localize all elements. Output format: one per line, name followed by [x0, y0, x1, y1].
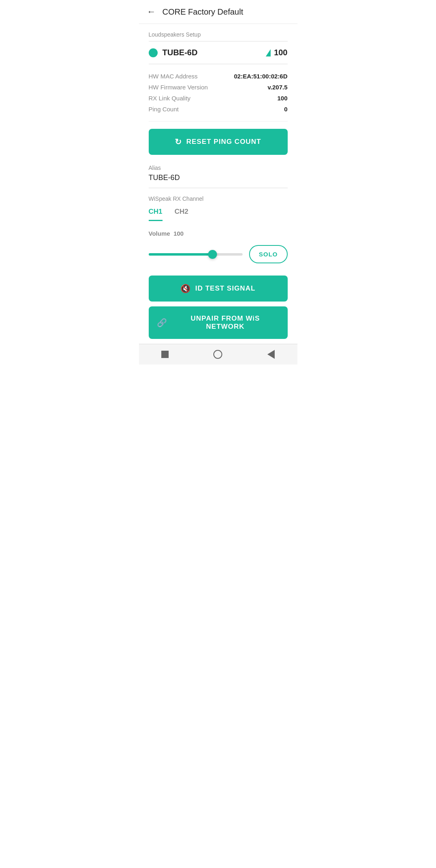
- volume-slider-wrap[interactable]: [149, 253, 243, 256]
- android-nav-bar: [139, 344, 297, 365]
- device-left: TUBE-6D: [149, 48, 198, 57]
- id-test-button[interactable]: 🔇 ID TEST SIGNAL: [149, 276, 288, 302]
- speaker-icon: 🔇: [180, 284, 191, 293]
- device-row: TUBE-6D 100: [149, 41, 288, 64]
- rx-link-value: 100: [277, 95, 287, 102]
- tabs-row: CH1 CH2: [149, 208, 288, 221]
- reset-icon: ↻: [175, 137, 182, 147]
- nav-home-button[interactable]: [213, 350, 222, 359]
- device-right: 100: [266, 48, 287, 57]
- solo-button[interactable]: SOLO: [249, 245, 288, 263]
- ping-count-row: Ping Count 0: [149, 104, 288, 115]
- volume-text: Volume: [149, 230, 170, 237]
- signal-icon: [266, 49, 271, 56]
- rx-link-label: RX Link Quality: [149, 95, 191, 102]
- volume-section: Volume 100 SOLO: [149, 221, 288, 271]
- wispeak-section: WiSpeak RX Channel CH1 CH2: [149, 188, 288, 221]
- alias-value[interactable]: TUBE-6D: [149, 174, 288, 188]
- hw-fw-row: HW Firmware Version v.207.5: [149, 82, 288, 93]
- back-button[interactable]: ←: [147, 7, 156, 17]
- volume-value: 100: [174, 230, 184, 237]
- nav-back-button[interactable]: [267, 350, 275, 359]
- hw-mac-label: HW MAC Address: [149, 73, 198, 80]
- link-icon: 🔗: [157, 318, 167, 328]
- bottom-buttons: 🔇 ID TEST SIGNAL 🔗 UNPAIR FROM WiS NETWO…: [139, 271, 297, 344]
- nav-square-button[interactable]: [161, 351, 169, 358]
- hw-fw-label: HW Firmware Version: [149, 84, 208, 91]
- alias-label: Alias: [149, 165, 288, 171]
- page-title: CORE Factory Default: [163, 7, 243, 17]
- unpair-label: UNPAIR FROM WiS NETWORK: [171, 315, 280, 331]
- volume-label: Volume 100: [149, 230, 288, 237]
- tab-ch1[interactable]: CH1: [149, 208, 163, 221]
- loudspeakers-section-label: Loudspeakers Setup: [149, 24, 288, 41]
- reset-ping-label: RESET PING COUNT: [186, 138, 261, 146]
- hw-mac-value: 02:EA:51:00:02:6D: [234, 73, 288, 80]
- rx-link-row: RX Link Quality 100: [149, 93, 288, 104]
- info-table: HW MAC Address 02:EA:51:00:02:6D HW Firm…: [149, 64, 288, 122]
- alias-section: Alias TUBE-6D: [149, 158, 288, 188]
- signal-value: 100: [274, 48, 287, 57]
- slider-row: SOLO: [149, 245, 288, 263]
- id-test-label: ID TEST SIGNAL: [195, 284, 255, 293]
- ping-count-label: Ping Count: [149, 106, 179, 113]
- wispeak-label: WiSpeak RX Channel: [149, 195, 288, 202]
- main-content: Loudspeakers Setup TUBE-6D 100 HW MAC Ad…: [139, 24, 297, 271]
- ping-count-value: 0: [284, 106, 287, 113]
- device-name: TUBE-6D: [163, 48, 198, 57]
- tab-ch2[interactable]: CH2: [175, 208, 189, 221]
- hw-fw-value: v.207.5: [268, 84, 288, 91]
- status-dot: [149, 48, 158, 57]
- hw-mac-row: HW MAC Address 02:EA:51:00:02:6D: [149, 71, 288, 82]
- unpair-button[interactable]: 🔗 UNPAIR FROM WiS NETWORK: [149, 306, 288, 339]
- header: ← CORE Factory Default: [139, 0, 297, 24]
- reset-ping-button[interactable]: ↻ RESET PING COUNT: [149, 129, 288, 155]
